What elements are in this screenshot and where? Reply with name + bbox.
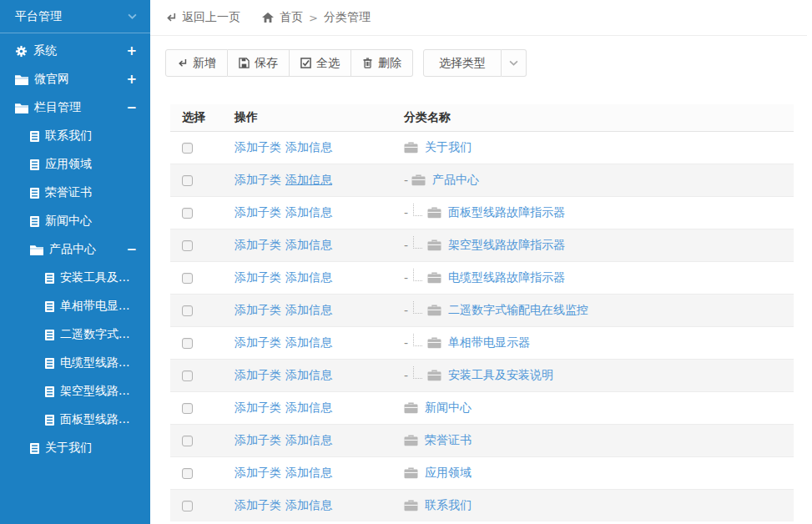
row-checkbox[interactable] bbox=[182, 143, 193, 154]
sidebar-item[interactable]: 应用领域 bbox=[0, 150, 150, 179]
type-dropdown-button[interactable]: 选择类型 bbox=[423, 49, 502, 77]
add-info-link[interactable]: 添加信息 bbox=[285, 335, 332, 349]
category-name-link[interactable]: 安装工具及安装说明 bbox=[448, 368, 553, 383]
floppy-icon bbox=[239, 58, 250, 68]
category-name-link[interactable]: 二遥数字式输配电在线监控 bbox=[448, 303, 588, 318]
expand-plus-toggle[interactable]: + bbox=[126, 45, 137, 58]
sidebar-item[interactable]: 安装工具及... bbox=[0, 264, 150, 292]
add-subcategory-link[interactable]: 添加子类 bbox=[235, 173, 281, 186]
row-checkbox[interactable] bbox=[182, 208, 193, 219]
add-info-link[interactable]: 添加信息 bbox=[285, 433, 332, 446]
add-label: 新增 bbox=[193, 56, 216, 71]
sidebar-item[interactable]: 荣誉证书 bbox=[0, 179, 150, 207]
folder-icon bbox=[427, 370, 441, 381]
collapse-minus-toggle[interactable]: − bbox=[126, 102, 137, 114]
tree-branch-icon bbox=[413, 269, 422, 281]
category-name-link[interactable]: 应用领域 bbox=[425, 466, 472, 481]
sidebar-item[interactable]: 联系我们 bbox=[0, 122, 150, 150]
add-subcategory-link[interactable]: 添加子类 bbox=[235, 466, 281, 479]
add-subcategory-link[interactable]: 添加子类 bbox=[235, 401, 281, 414]
sidebar-item[interactable]: 关于我们 bbox=[0, 434, 150, 462]
sidebar-item[interactable]: 二遥数字式... bbox=[0, 320, 150, 349]
add-subcategory-link[interactable]: 添加子类 bbox=[235, 498, 281, 511]
select-cell bbox=[170, 294, 223, 326]
sidebar-item[interactable]: 面板型线路... bbox=[0, 406, 150, 434]
collapse-minus-toggle[interactable]: − bbox=[126, 244, 137, 256]
sidebar-item[interactable]: 栏目管理− bbox=[0, 93, 150, 122]
category-name-link[interactable]: 荣誉证书 bbox=[425, 433, 472, 448]
row-checkbox[interactable] bbox=[182, 240, 193, 251]
add-subcategory-link[interactable]: 添加子类 bbox=[235, 238, 281, 251]
folder-icon bbox=[427, 272, 441, 284]
table-row: 添加子类添加信息新闻中心 bbox=[170, 391, 794, 424]
folder-icon bbox=[404, 467, 418, 479]
add-info-link[interactable]: 添加信息 bbox=[285, 238, 332, 251]
add-info-link[interactable]: 添加信息 bbox=[285, 173, 332, 186]
row-checkbox[interactable] bbox=[182, 175, 193, 186]
type-dropdown-caret[interactable] bbox=[502, 49, 527, 77]
sidebar-item[interactable]: 系统+ bbox=[0, 37, 150, 65]
table-row: 添加子类添加信息联系我们 bbox=[170, 489, 794, 521]
level-dash: - bbox=[404, 271, 408, 285]
add-info-link[interactable]: 添加信息 bbox=[285, 140, 332, 154]
sidebar-item-label: 新闻中心 bbox=[45, 214, 92, 229]
add-info-link[interactable]: 添加信息 bbox=[285, 466, 332, 479]
add-button[interactable]: 新增 bbox=[165, 49, 228, 77]
sidebar-item[interactable]: 微官网+ bbox=[0, 65, 150, 93]
delete-button[interactable]: 删除 bbox=[351, 49, 413, 77]
add-subcategory-link[interactable]: 添加子类 bbox=[235, 270, 281, 284]
sidebar-item[interactable]: 单相带电显... bbox=[0, 292, 150, 320]
folder-icon bbox=[427, 337, 441, 349]
add-subcategory-link[interactable]: 添加子类 bbox=[235, 433, 281, 446]
save-button[interactable]: 保存 bbox=[228, 49, 290, 77]
back-link[interactable]: 返回上一页 bbox=[165, 10, 240, 25]
category-name-link[interactable]: 联系我们 bbox=[425, 498, 472, 513]
category-name-link[interactable]: 架空型线路故障指示器 bbox=[448, 238, 565, 253]
row-checkbox[interactable] bbox=[182, 468, 193, 479]
header-select: 选择 bbox=[170, 104, 223, 131]
sidebar-item[interactable]: 产品中心− bbox=[0, 235, 150, 264]
row-checkbox[interactable] bbox=[182, 305, 193, 316]
category-name-link[interactable]: 产品中心 bbox=[432, 173, 479, 188]
row-checkbox[interactable] bbox=[182, 338, 193, 349]
add-info-link[interactable]: 添加信息 bbox=[285, 498, 332, 511]
add-subcategory-link[interactable]: 添加子类 bbox=[235, 140, 281, 154]
add-subcategory-link[interactable]: 添加子类 bbox=[235, 368, 281, 381]
row-checkbox[interactable] bbox=[182, 501, 193, 511]
category-name-link[interactable]: 电缆型线路故障指示器 bbox=[448, 270, 565, 285]
add-subcategory-link[interactable]: 添加子类 bbox=[235, 205, 281, 219]
add-subcategory-link[interactable]: 添加子类 bbox=[235, 335, 281, 349]
select-all-button[interactable]: 全选 bbox=[290, 49, 351, 77]
add-info-link[interactable]: 添加信息 bbox=[285, 303, 332, 316]
tree-branch-icon bbox=[413, 236, 422, 249]
content-area: 返回上一页 首页 > 分类管理 新增 bbox=[150, 0, 812, 524]
row-checkbox[interactable] bbox=[182, 403, 193, 414]
table-row: 添加子类添加信息关于我们 bbox=[170, 131, 794, 164]
row-checkbox[interactable] bbox=[182, 370, 193, 381]
table-body: 添加子类添加信息关于我们添加子类添加信息-产品中心添加子类添加信息-面板型线路故… bbox=[170, 131, 794, 521]
expand-plus-toggle[interactable]: + bbox=[126, 73, 137, 86]
breadcrumb-separator: > bbox=[309, 12, 318, 24]
table-row: 添加子类添加信息-二遥数字式输配电在线监控 bbox=[170, 294, 794, 326]
sidebar-item[interactable]: 电缆型线路... bbox=[0, 349, 150, 377]
chevron-down-icon bbox=[509, 60, 518, 66]
sidebar-item[interactable]: 新闻中心 bbox=[0, 207, 150, 235]
sidebar-item[interactable]: 架空型线路... bbox=[0, 377, 150, 406]
sidebar-item-label: 栏目管理 bbox=[34, 100, 81, 115]
category-name-link[interactable]: 单相带电显示器 bbox=[448, 335, 530, 350]
add-info-link[interactable]: 添加信息 bbox=[285, 401, 332, 414]
sidebar-header[interactable]: 平台管理 bbox=[0, 0, 150, 33]
select-cell bbox=[170, 489, 223, 521]
breadcrumb-home-link[interactable]: 首页 bbox=[280, 10, 303, 25]
category-name-link[interactable]: 新闻中心 bbox=[425, 401, 472, 416]
add-info-link[interactable]: 添加信息 bbox=[285, 270, 332, 284]
doc-icon bbox=[45, 415, 54, 426]
add-info-link[interactable]: 添加信息 bbox=[285, 205, 332, 219]
add-info-link[interactable]: 添加信息 bbox=[285, 368, 332, 381]
row-checkbox[interactable] bbox=[182, 436, 193, 446]
add-subcategory-link[interactable]: 添加子类 bbox=[235, 303, 281, 316]
tree-branch-icon bbox=[413, 334, 422, 346]
category-name-link[interactable]: 关于我们 bbox=[425, 140, 472, 155]
category-name-link[interactable]: 面板型线路故障指示器 bbox=[448, 205, 565, 220]
row-checkbox[interactable] bbox=[182, 273, 193, 284]
